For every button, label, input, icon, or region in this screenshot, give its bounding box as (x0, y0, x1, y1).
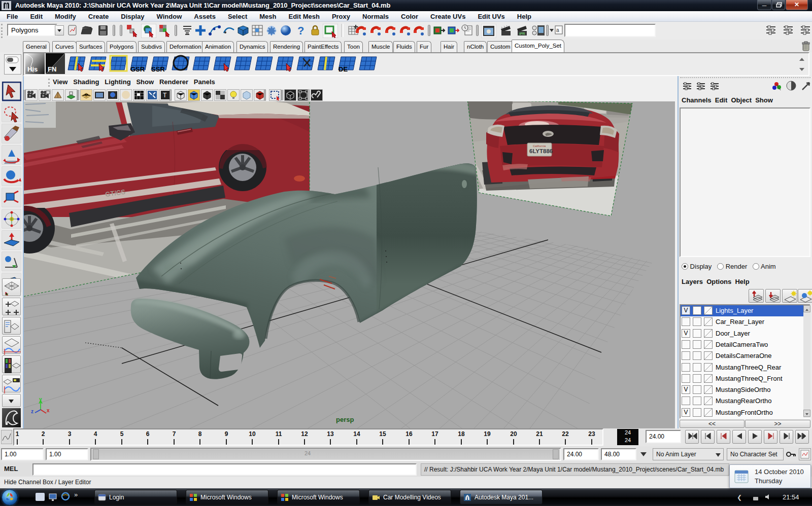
svg-text:z: z (31, 409, 33, 414)
svg-text:GSR: GSR (130, 65, 145, 73)
svg-text:y: y (39, 396, 42, 402)
svg-text:T: T (163, 92, 167, 99)
svg-text:FN: FN (48, 65, 56, 73)
svg-text:IPR: IPR (519, 32, 525, 35)
svg-text:a: a (556, 27, 559, 33)
svg-text:?: ? (297, 24, 304, 37)
svg-text:SSR: SSR (151, 65, 165, 73)
svg-text:DE: DE (339, 65, 348, 73)
svg-text:x: x (47, 408, 50, 413)
svg-text:His: His (27, 65, 38, 73)
